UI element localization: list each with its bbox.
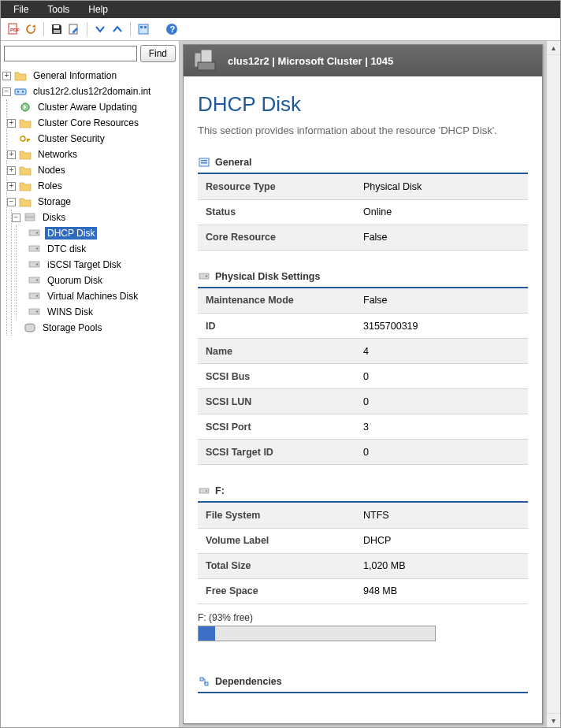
menu-tools[interactable]: Tools (38, 2, 79, 17)
folder-icon (19, 148, 32, 161)
search-input[interactable] (4, 46, 137, 61)
vertical-scrollbar[interactable]: ▴ ▾ (546, 41, 560, 727)
tree-item-networks[interactable]: + Networks (7, 147, 179, 162)
save-button[interactable] (49, 21, 65, 37)
drive-table: File SystemNTFS Volume LabelDHCP Total S… (198, 503, 528, 604)
table-row: ID3155700319 (198, 314, 528, 339)
tree-item-wins-disk[interactable]: WINS Disk (17, 304, 179, 320)
page-subtitle: This section provides information about … (198, 124, 528, 136)
tree-item-disks[interactable]: − Disks (12, 210, 179, 225)
tree-item-cluster-security[interactable]: Cluster Security (7, 131, 179, 147)
free-space-bar (198, 626, 436, 641)
tree-item-nodes[interactable]: + Nodes (7, 162, 179, 178)
tree-view[interactable]: + General Information − clus12r2.clus12r… (1, 66, 179, 727)
refresh-button[interactable] (23, 21, 39, 37)
tree-label: Virtual Machines Disk (45, 290, 140, 303)
dependencies-section-icon (198, 675, 210, 688)
general-table: Resource TypePhysical Disk StatusOnline … (198, 174, 528, 251)
svg-rect-34 (201, 160, 207, 162)
tree-label: WINS Disk (45, 306, 95, 318)
table-row: Free Space948 MB (198, 578, 528, 604)
expand-button[interactable] (92, 21, 108, 37)
folder-icon (14, 69, 27, 82)
table-row: Core ResourceFalse (198, 225, 528, 250)
table-row: Volume LabelDHCP (198, 528, 528, 553)
help-button[interactable]: ? (164, 21, 180, 37)
svg-rect-35 (201, 162, 207, 164)
svg-point-37 (206, 275, 208, 277)
table-row: SCSI LUN0 (198, 389, 528, 414)
tree-item-virtual-machines-disk[interactable]: Virtual Machines Disk (17, 288, 179, 304)
table-row: Name4 (198, 339, 528, 364)
tree-label: Quorum Disk (45, 274, 105, 287)
svg-point-14 (20, 136, 25, 141)
svg-rect-31 (201, 50, 212, 64)
update-icon (19, 101, 32, 113)
disk-icon (28, 258, 41, 271)
tree-item-general-information[interactable]: + General Information (2, 68, 179, 84)
section-drive: F: File SystemNTFS Volume LabelDHCP Tota… (198, 482, 528, 641)
svg-point-18 (36, 232, 39, 234)
folder-icon (19, 117, 32, 129)
tree-label: Cluster Security (35, 132, 107, 145)
collapse-button[interactable] (110, 21, 125, 37)
tree-item-dtc-disk[interactable]: DTC disk (17, 241, 179, 257)
tree-item-roles[interactable]: + Roles (7, 178, 179, 194)
options-button[interactable] (136, 21, 151, 37)
free-space-bar-fill (199, 626, 215, 641)
svg-rect-15 (25, 214, 35, 217)
tree-item-iscsi-target-disk[interactable]: iSCSI Target Disk (17, 257, 179, 273)
svg-rect-3 (54, 30, 60, 33)
document-header-title: clus12r2 | Microsoft Cluster | 1045 (228, 55, 393, 67)
svg-point-26 (36, 295, 39, 297)
tree-item-cluster-aware-updating[interactable]: Cluster Aware Updating (7, 99, 179, 115)
menu-file[interactable]: File (4, 2, 38, 17)
tree-item-storage-pools[interactable]: Storage Pools (12, 320, 179, 336)
disk-icon (28, 243, 41, 255)
free-space-label: F: (93% free) (198, 612, 528, 623)
table-row: Total Size1,020 MB (198, 553, 528, 578)
cluster-icon (14, 85, 27, 98)
tree-item-cluster-root[interactable]: − clus12r2.clus12r2domain.int (2, 84, 179, 99)
document-view[interactable]: clus12r2 | Microsoft Cluster | 1045 DHCP… (183, 44, 543, 724)
svg-rect-7 (144, 26, 147, 28)
edit-button[interactable] (66, 21, 82, 37)
folder-icon (19, 164, 32, 176)
svg-rect-10 (15, 89, 26, 95)
disk-icon (28, 227, 41, 240)
section-general: General Resource TypePhysical Disk Statu… (198, 154, 528, 251)
section-physical-disk-settings: Physical Disk Settings Maintenance ModeF… (198, 268, 528, 466)
tree-item-cluster-core-resources[interactable]: + Cluster Core Resources (7, 115, 179, 131)
svg-text:PDF: PDF (10, 28, 20, 32)
table-row: SCSI Bus0 (198, 364, 528, 389)
menu-help[interactable]: Help (79, 2, 117, 17)
find-button[interactable]: Find (140, 45, 176, 62)
tree-label: General Information (31, 69, 119, 82)
disk-icon (28, 306, 41, 318)
scroll-up-button[interactable]: ▴ (547, 41, 560, 55)
scroll-down-button[interactable]: ▾ (547, 713, 560, 727)
tree-label: Roles (35, 180, 65, 192)
svg-point-11 (17, 91, 19, 92)
navigation-panel: Find + General Information − clus12r2.cl… (1, 41, 180, 727)
export-pdf-button[interactable]: PDF (6, 21, 21, 37)
tree-item-dhcp-disk[interactable]: DHCP Disk (17, 225, 179, 241)
table-row: Resource TypePhysical Disk (198, 174, 528, 199)
scroll-track[interactable] (547, 55, 560, 713)
table-row: SCSI Target ID0 (198, 440, 528, 465)
table-row: StatusOnline (198, 199, 528, 225)
physical-table: Maintenance ModeFalse ID3155700319 Name4… (198, 288, 528, 466)
svg-point-22 (36, 263, 39, 266)
content-panel: clus12r2 | Microsoft Cluster | 1045 DHCP… (180, 41, 560, 727)
tree-label: DHCP Disk (45, 227, 97, 240)
svg-point-12 (22, 91, 24, 92)
server-icon (193, 48, 220, 74)
tree-label: Nodes (35, 164, 68, 176)
page-title: DHCP Disk (198, 92, 528, 117)
toolbar: PDF ? (1, 18, 560, 41)
general-section-icon (198, 156, 210, 169)
tree-item-storage[interactable]: − Storage (7, 194, 179, 210)
tree-item-quorum-disk[interactable]: Quorum Disk (17, 273, 179, 288)
tree-label: iSCSI Target Disk (45, 258, 124, 271)
disk-section-icon (198, 270, 210, 283)
